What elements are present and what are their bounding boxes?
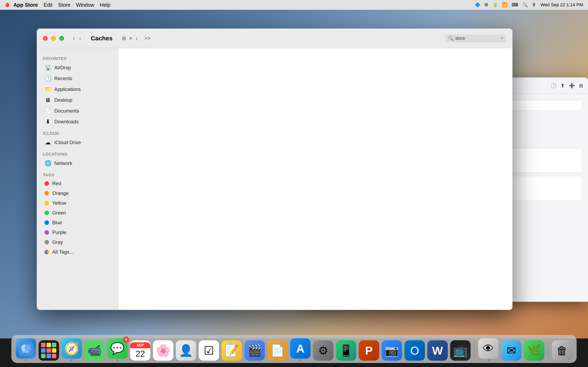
maximize-button[interactable] bbox=[59, 36, 64, 41]
appstore-add-btn[interactable]: ➕ bbox=[569, 83, 575, 89]
sidebar-item-tag-purple[interactable]: Purple bbox=[38, 227, 117, 237]
path-btn[interactable]: >> bbox=[143, 34, 152, 42]
traffic-lights bbox=[43, 36, 64, 41]
menubar-appname[interactable]: App Store bbox=[13, 2, 38, 8]
appstore-history-btn[interactable]: 🕐 bbox=[550, 83, 557, 89]
dock-icon-messages: 💬 8 bbox=[107, 338, 128, 359]
search-bar[interactable]: 🔍 ✕ bbox=[445, 34, 506, 42]
dock-dot-messages bbox=[117, 359, 118, 361]
dock-item-appstore[interactable]: A bbox=[290, 338, 311, 361]
sidebar-section-icloud: iCloud bbox=[37, 129, 118, 137]
dock-item-preview[interactable]: 👁 bbox=[478, 338, 499, 361]
svg-text:finder: finder bbox=[22, 350, 29, 353]
bluetooth-icon[interactable]: 🔷 bbox=[475, 2, 480, 8]
dock-item-contacts[interactable]: 👤 bbox=[176, 340, 196, 361]
sidebar-item-tag-yellow[interactable]: Yellow bbox=[38, 198, 117, 208]
finder-window: ‹ › Caches ⊞ ≡ ↕ >> 🔍 ✕ Favorites 📡 AirD… bbox=[37, 29, 512, 310]
controlcenter-icon[interactable]: ⚙ bbox=[484, 2, 488, 8]
dock-item-word[interactable]: W bbox=[427, 340, 448, 361]
forward-button[interactable]: › bbox=[77, 34, 82, 42]
dock-item-facetime[interactable]: 📹 bbox=[84, 340, 105, 361]
dock-icon-outlook: O bbox=[405, 340, 425, 361]
sidebar-item-all-tags[interactable]: All Tags... bbox=[38, 247, 117, 257]
sidebar-item-tag-blue[interactable]: Blue bbox=[38, 218, 117, 227]
sidebar-item-tag-gray[interactable]: Gray bbox=[38, 237, 117, 247]
back-button[interactable]: ‹ bbox=[71, 34, 77, 42]
sidebar-item-icloudrive[interactable]: ☁ iCloud Drive bbox=[38, 137, 117, 148]
apple-menu[interactable]: 🍎 bbox=[5, 3, 9, 7]
sidebar-item-tag-orange[interactable]: Orange bbox=[38, 188, 117, 198]
dock-dot-preview bbox=[488, 359, 489, 361]
dock-item-robinhoodie[interactable]: 🌿 bbox=[524, 340, 544, 361]
sidebar-label-recents: Recents bbox=[54, 76, 72, 81]
dock-item-outlook[interactable]: O bbox=[405, 340, 425, 361]
sidebar-label-airdrop: AirDrop bbox=[54, 65, 71, 71]
sidebar-item-airdrop[interactable]: 📡 AirDrop bbox=[38, 62, 117, 73]
dock-icon-calendar: SEP 22 bbox=[130, 340, 150, 361]
menubar-store[interactable]: Store bbox=[58, 2, 70, 8]
icon-view-btn[interactable]: ⊞ bbox=[121, 35, 127, 42]
appstore-grid-btn[interactable]: ⊞ bbox=[579, 83, 583, 89]
dock-item-notes[interactable]: 📝 bbox=[222, 340, 242, 361]
dock-dot-safari bbox=[71, 359, 72, 361]
tag-dot-green bbox=[44, 211, 49, 215]
desktop-icon: 🖥 bbox=[44, 97, 51, 103]
sidebar-item-documents[interactable]: 📄 Documents bbox=[38, 105, 117, 116]
clock: Wed Sep 22 1:14 PM bbox=[540, 2, 583, 8]
clear-search-icon[interactable]: ✕ bbox=[501, 36, 503, 41]
search-icon[interactable]: 🔍 bbox=[522, 2, 528, 8]
appstore-share-btn[interactable]: ⬆ bbox=[561, 83, 565, 89]
minimize-button[interactable] bbox=[51, 36, 56, 41]
menubar-edit[interactable]: Edit bbox=[43, 2, 52, 8]
dock-item-keynote[interactable]: 🎬 bbox=[244, 340, 265, 361]
dock-item-photos[interactable]: 🌸 bbox=[153, 340, 173, 361]
sidebar-item-tag-red[interactable]: Red bbox=[38, 179, 117, 188]
sidebar-item-recents[interactable]: 🕐 Recents bbox=[38, 73, 117, 84]
dock-item-calendar[interactable]: SEP 22 bbox=[130, 340, 150, 361]
close-button[interactable] bbox=[43, 36, 48, 41]
sort-btn[interactable]: ↕ bbox=[134, 35, 139, 42]
wifi-icon[interactable]: 📶 bbox=[502, 2, 508, 8]
dock-icon-keynote: 🎬 bbox=[244, 340, 265, 361]
dock-item-messages[interactable]: 💬 8 bbox=[107, 338, 128, 361]
dock-item-finder[interactable]: finder bbox=[16, 338, 36, 361]
menubar-help[interactable]: Help bbox=[100, 2, 110, 8]
dock-item-trash[interactable]: 🗑 bbox=[552, 340, 572, 361]
applications-icon: 📁 bbox=[44, 86, 51, 92]
sidebar-section-favorites: Favorites bbox=[37, 54, 118, 62]
menubar-window[interactable]: Window bbox=[76, 2, 94, 8]
icloudrive-icon: ☁ bbox=[44, 139, 51, 146]
dock-item-whatsapp[interactable]: 📱 bbox=[336, 340, 356, 361]
dock-item-systemprefs[interactable]: ⚙ bbox=[313, 340, 333, 361]
dock-icon-mail: ✉ bbox=[501, 340, 521, 361]
sidebar-label-network: Network bbox=[54, 160, 72, 166]
sidebar-item-tag-green[interactable]: Green bbox=[38, 208, 117, 218]
battery-icon[interactable]: 🔋 bbox=[493, 2, 498, 8]
dock-icon-pages: 📄 bbox=[267, 340, 288, 361]
dock-icon-whatsapp: 📱 bbox=[336, 340, 356, 361]
tag-dot-blue bbox=[44, 220, 49, 225]
list-view-btn[interactable]: ≡ bbox=[128, 35, 133, 42]
dock-item-appletv[interactable]: 📺 bbox=[450, 340, 471, 361]
dock-item-powerpoint[interactable]: P bbox=[359, 340, 379, 361]
sidebar-item-desktop[interactable]: 🖥 Desktop bbox=[38, 95, 117, 105]
dock-item-safari[interactable]: 🧭 bbox=[61, 338, 82, 361]
menubar: 🍎 App Store Edit Store Window Help 🔷 ⚙ 🔋… bbox=[0, 0, 588, 10]
dock-icon-finder: finder bbox=[16, 338, 36, 359]
dock-item-pages[interactable]: 📄 bbox=[267, 340, 288, 361]
sidebar-label-applications: Applications bbox=[54, 86, 81, 92]
dock-separator bbox=[474, 341, 475, 358]
sidebar-item-network[interactable]: 🌐 Network bbox=[38, 158, 117, 169]
sidebar-item-downloads[interactable]: ⬇ Downloads bbox=[38, 116, 117, 127]
dock-item-zoom[interactable]: 📷 bbox=[381, 340, 402, 361]
inputmethod-icon[interactable]: ⌨ bbox=[512, 2, 518, 8]
dock-item-mail[interactable]: ✉ bbox=[501, 340, 521, 361]
dock-icon-reminders: ☑ bbox=[199, 340, 219, 361]
dock-item-launchpad[interactable] bbox=[39, 340, 59, 361]
dock-icon-appstore: A bbox=[290, 338, 311, 359]
sidebar-item-applications[interactable]: 📁 Applications bbox=[38, 84, 117, 95]
tag-dot-orange bbox=[44, 191, 49, 196]
dock-item-reminders[interactable]: ☑ bbox=[199, 340, 219, 361]
search-input[interactable] bbox=[455, 36, 499, 41]
siri-icon[interactable]: 🎙 bbox=[532, 2, 536, 8]
